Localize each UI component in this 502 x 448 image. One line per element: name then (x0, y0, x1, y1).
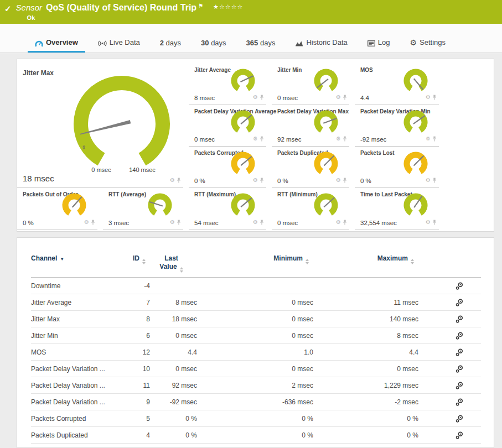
gauges-card: Jitter Max x̄ 0 msec 140 msec 18 msec ⚙ … (17, 59, 494, 232)
gear-icon[interactable]: ⚙ (426, 136, 431, 142)
gear-icon[interactable]: ⚙ (336, 136, 341, 142)
channel-name[interactable]: Packets Duplicated (31, 427, 128, 444)
channel-name[interactable]: Jitter Average (31, 294, 128, 311)
pin-icon[interactable] (260, 92, 264, 102)
gear-icon[interactable]: ⚙ (336, 178, 341, 183)
channel-settings-icon[interactable] (418, 344, 481, 361)
gauge-value: 18 msec (23, 174, 54, 183)
channel-cell: 0 msec (313, 361, 418, 377)
channel-name[interactable]: Packet Delay Variation ... (31, 361, 128, 377)
gear-icon[interactable]: ⚙ (253, 178, 258, 183)
pin-icon[interactable] (260, 217, 264, 227)
gear-icon[interactable]: ⚙ (336, 95, 341, 100)
gauge-dial (227, 190, 258, 219)
panel-actions: ⚙ (426, 217, 437, 227)
gear-icon[interactable]: ⚙ (253, 220, 258, 225)
gauge-value: 3 msec (108, 220, 129, 226)
channel-settings-icon[interactable] (418, 361, 481, 377)
column-header-maximum[interactable]: Maximum (313, 254, 418, 278)
pin-icon[interactable] (343, 134, 347, 144)
column-header-lastvalue[interactable]: LastValue (150, 254, 197, 278)
pin-icon[interactable] (177, 175, 181, 185)
stars-empty[interactable]: ☆☆☆☆ (219, 3, 243, 10)
sort-icon[interactable] (306, 259, 309, 264)
channel-name[interactable]: Packet Delay Variation ... (31, 377, 128, 394)
pin-icon[interactable] (91, 217, 95, 227)
gauge-dial (310, 66, 341, 95)
priority-stars[interactable]: ★☆☆☆☆ (213, 3, 243, 11)
gauge-max-label: 140 msec (126, 166, 159, 173)
gear-icon[interactable]: ⚙ (170, 220, 175, 225)
channel-cell: 0 msec (197, 361, 313, 377)
tab-365-days[interactable]: 365 days (239, 34, 283, 53)
channel-cell: 9 (128, 394, 150, 410)
pin-icon[interactable] (343, 175, 347, 185)
gear-icon[interactable]: ⚙ (426, 95, 431, 100)
channel-settings-icon[interactable] (418, 327, 481, 344)
sort-icon[interactable] (180, 267, 183, 273)
panel-actions: ⚙ (336, 175, 347, 185)
pin-icon[interactable] (343, 92, 347, 102)
gear-icon[interactable]: ⚙ (253, 136, 258, 142)
channel-cell: 0 % (313, 410, 418, 427)
pin-icon[interactable] (260, 175, 264, 185)
tab-30-days[interactable]: 30 days (194, 34, 234, 53)
pin-icon[interactable] (177, 217, 181, 227)
channel-name[interactable]: Jitter Min (31, 327, 128, 344)
channel-name[interactable]: Downtime (31, 278, 128, 294)
tab-overview[interactable]: Overview (28, 34, 85, 53)
tab-label: Settings (420, 38, 446, 46)
column-header-channel[interactable]: Channel▼ (31, 254, 128, 278)
channel-name[interactable]: MOS (31, 344, 128, 361)
tab-live-data[interactable]: Live Data (91, 34, 147, 53)
status-badge: Ok (27, 14, 244, 21)
sort-icon[interactable] (142, 259, 146, 264)
panel-actions: ⚙ (336, 92, 347, 102)
gear-icon[interactable]: ⚙ (253, 95, 258, 100)
channel-settings-icon[interactable] (418, 394, 481, 410)
gauge-dial (227, 66, 258, 95)
channel-cell (313, 278, 418, 294)
tab-log[interactable]: Log (360, 34, 397, 53)
tab-historic-data[interactable]: Historic Data (288, 34, 354, 53)
flag-icon[interactable]: ⚑ (198, 3, 203, 9)
tab-settings[interactable]: ⚙Settings (403, 34, 453, 53)
gear-icon[interactable]: ⚙ (84, 220, 89, 225)
pin-icon[interactable] (432, 92, 437, 102)
channel-settings-icon[interactable] (418, 311, 481, 327)
column-header-minimum[interactable]: Minimum (197, 254, 313, 278)
channel-settings-icon[interactable] (418, 278, 481, 294)
channel-settings-icon[interactable] (418, 294, 481, 311)
channel-settings-icon[interactable] (418, 410, 481, 427)
channel-cell: 11 (128, 377, 150, 394)
table-row-downtime: Downtime-4 (31, 278, 481, 294)
pin-icon[interactable] (260, 134, 264, 144)
channel-cell: 0 % (313, 427, 418, 444)
pin-icon[interactable] (432, 134, 437, 144)
gear-icon[interactable]: ⚙ (426, 220, 431, 225)
channel-settings-icon[interactable] (418, 427, 481, 444)
gauge-dial-main (64, 71, 181, 169)
log-icon (368, 39, 375, 47)
tab-2-days[interactable]: 2 days (153, 34, 188, 53)
gear-icon[interactable]: ⚙ (426, 178, 431, 183)
sort-icon[interactable] (411, 259, 414, 264)
pin-icon[interactable] (432, 217, 437, 227)
gauge-title: Jitter Average (194, 67, 231, 73)
sort-desc-icon[interactable]: ▼ (60, 257, 64, 262)
channel-name[interactable]: Packet Delay Variation ... (31, 394, 128, 410)
table-row-packets-duplicated: Packets Duplicated40 %0 %0 % (31, 427, 481, 444)
channel-name[interactable]: Packets Corrupted (31, 410, 128, 427)
channel-cell: 1,229 msec (313, 377, 418, 394)
channel-settings-icon[interactable] (418, 377, 481, 394)
star-filled[interactable]: ★ (213, 3, 219, 10)
gauge-panel-packets-out-of-order: Packets Out of Order0 %⚙ (17, 188, 97, 230)
channel-cell: -92 msec (150, 394, 197, 410)
pin-icon[interactable] (432, 175, 437, 185)
gear-icon[interactable]: ⚙ (336, 220, 341, 225)
channel-name[interactable]: Jitter Max (31, 311, 128, 327)
pin-icon[interactable] (343, 217, 347, 227)
gear-icon[interactable]: ⚙ (170, 178, 175, 183)
gauge-title: Jitter Min (277, 67, 302, 73)
column-header-id[interactable]: ID (128, 254, 150, 278)
